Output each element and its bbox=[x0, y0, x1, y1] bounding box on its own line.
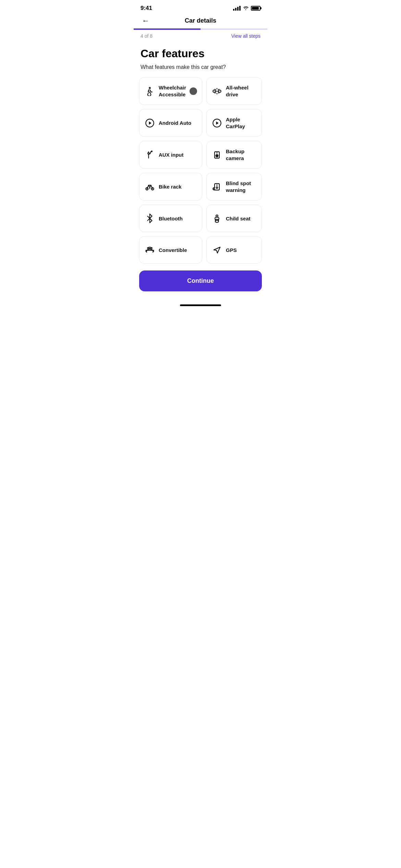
step-info: 4 of 8 View all steps bbox=[134, 30, 267, 39]
continue-button[interactable]: Continue bbox=[139, 270, 262, 291]
feature-label-bluetooth: Bluetooth bbox=[159, 215, 197, 222]
svg-marker-4 bbox=[149, 121, 151, 124]
status-icons bbox=[233, 5, 260, 11]
feature-card-backup-camera[interactable]: Backup camera bbox=[206, 141, 262, 169]
feature-card-wheelchair[interactable]: Wheelchair Accessible bbox=[139, 77, 202, 105]
status-time: 9:41 bbox=[141, 5, 152, 12]
header: ← Car details bbox=[134, 14, 267, 28]
feature-label-bike-rack: Bike rack bbox=[159, 183, 197, 190]
feature-card-android-auto[interactable]: Android Auto bbox=[139, 109, 202, 137]
feature-label-android-auto: Android Auto bbox=[159, 120, 197, 126]
feature-card-convertible[interactable]: Convertible bbox=[139, 236, 202, 264]
signal-icon bbox=[233, 6, 241, 11]
page-title: Car details bbox=[185, 17, 216, 24]
blind-spot-icon bbox=[211, 182, 222, 192]
aux-icon bbox=[144, 150, 155, 160]
home-bar bbox=[180, 304, 221, 306]
svg-point-1 bbox=[213, 90, 215, 92]
step-count: 4 of 8 bbox=[141, 33, 153, 39]
backup-camera-icon bbox=[211, 150, 222, 160]
feature-card-aux[interactable]: AUX input bbox=[139, 141, 202, 169]
home-indicator bbox=[134, 302, 267, 310]
android-auto-icon bbox=[144, 118, 155, 128]
gps-icon bbox=[211, 245, 222, 255]
status-bar: 9:41 bbox=[134, 0, 267, 14]
svg-point-12 bbox=[216, 155, 218, 157]
feature-card-apple-carplay[interactable]: Apple CarPlay bbox=[206, 109, 262, 137]
convertible-icon bbox=[144, 245, 155, 255]
page-subheading: What features make this car great? bbox=[134, 63, 267, 77]
feature-label-convertible: Convertible bbox=[159, 247, 197, 254]
toggle-dot-wheelchair bbox=[190, 87, 197, 95]
feature-card-bluetooth[interactable]: Bluetooth bbox=[139, 205, 202, 232]
feature-label-blind-spot: Blind spot warning bbox=[226, 180, 257, 193]
awd-icon bbox=[211, 86, 222, 96]
feature-label-awd: All-wheel drive bbox=[226, 84, 257, 98]
page-heading: Car features bbox=[134, 39, 267, 63]
feature-label-child-seat: Child seat bbox=[226, 215, 257, 222]
features-grid: Wheelchair Accessible All-wheel drive An… bbox=[134, 77, 267, 270]
feature-card-blind-spot[interactable]: Blind spot warning bbox=[206, 173, 262, 201]
svg-point-18 bbox=[216, 187, 218, 189]
feature-label-wheelchair: Wheelchair Accessible bbox=[159, 84, 186, 98]
feature-card-gps[interactable]: GPS bbox=[206, 236, 262, 264]
child-seat-icon bbox=[211, 214, 222, 223]
feature-label-aux: AUX input bbox=[159, 152, 197, 158]
bluetooth-icon bbox=[144, 214, 155, 223]
view-all-steps-button[interactable]: View all steps bbox=[231, 33, 260, 39]
svg-point-2 bbox=[219, 90, 221, 92]
back-button[interactable]: ← bbox=[141, 15, 151, 27]
feature-card-bike-rack[interactable]: Bike rack bbox=[139, 173, 202, 201]
battery-icon bbox=[251, 6, 260, 11]
svg-point-13 bbox=[217, 155, 217, 156]
feature-card-awd[interactable]: All-wheel drive bbox=[206, 77, 262, 105]
wheelchair-icon bbox=[144, 86, 155, 96]
feature-label-apple-carplay: Apple CarPlay bbox=[226, 116, 257, 130]
apple-carplay-icon bbox=[211, 118, 222, 128]
bike-rack-icon bbox=[144, 182, 155, 192]
svg-point-0 bbox=[149, 87, 150, 88]
svg-marker-6 bbox=[216, 121, 219, 124]
wifi-icon bbox=[243, 5, 249, 11]
svg-point-20 bbox=[216, 215, 218, 217]
feature-label-backup-camera: Backup camera bbox=[226, 148, 257, 161]
feature-card-child-seat[interactable]: Child seat bbox=[206, 205, 262, 232]
feature-label-gps: GPS bbox=[226, 247, 257, 254]
